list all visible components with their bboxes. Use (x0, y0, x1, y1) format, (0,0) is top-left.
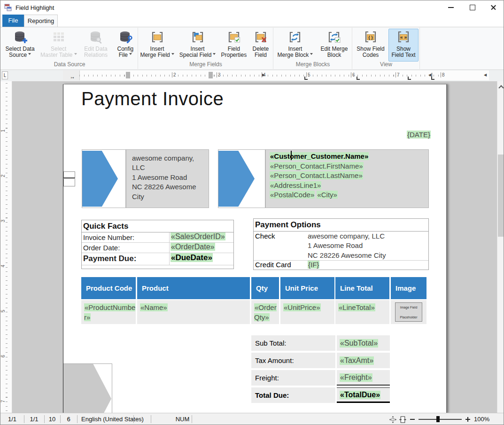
merge-field[interactable]: «OrderDate» (171, 243, 215, 251)
title-bar: Field Highlight (0, 0, 504, 15)
ribbon-button-show-field-codes[interactable]: { } Show FieldCodes (354, 29, 388, 62)
image-field-placeholder[interactable]: Image Field Placeholder (395, 302, 422, 322)
status-line-number: 10 (44, 416, 60, 423)
blue-arrow-shape (82, 151, 118, 207)
ribbon-button-edit-merge-block[interactable]: Edit MergeBlock (317, 29, 351, 62)
group-label-data-source: Data Source (1, 61, 138, 68)
ribbon-button-config-file[interactable]: ConfigFile (114, 29, 137, 62)
fit-page-icon[interactable] (389, 416, 396, 423)
ribbon-button-field-properties[interactable]: FieldProperties (220, 29, 248, 62)
ribbon-button-insert-merge-field[interactable]: InsertMerge Field (139, 29, 175, 62)
merge-field[interactable]: «TaxAmt» (340, 356, 374, 365)
merge-field[interactable]: «TotalDue» (340, 391, 380, 399)
tab-stop-marker[interactable] (304, 77, 308, 80)
show-field-codes-icon: { } (363, 30, 378, 45)
ribbon-group-merge-fields: InsertMerge Field InsertSpecial Field (139, 28, 273, 69)
status-language: English (United States) (81, 416, 144, 423)
status-page-number: 1/1 (0, 416, 24, 423)
maximize-icon (470, 5, 475, 10)
minimize-icon (448, 7, 454, 8)
zoom-level: 100% (474, 416, 489, 423)
tab-selector-box[interactable]: L (2, 71, 8, 79)
minimize-button[interactable] (441, 0, 461, 15)
master-table-grid-icon (51, 30, 66, 45)
merge-field[interactable]: «UnitPrice» (283, 303, 321, 311)
merge-field[interactable]: «Person_Contact.LastName» (270, 171, 363, 179)
insert-merge-block-icon (287, 30, 302, 45)
totals-row: Sub Total: «SubTotal» (251, 335, 390, 351)
ribbon: Select DataSource SelectMaster Table (0, 27, 504, 70)
right-indent-marker[interactable]: ▶ (262, 73, 265, 77)
gray-arrow-shape (63, 364, 111, 413)
dropdown-arrow-icon: Master Table (40, 52, 77, 58)
database-relations-icon (88, 30, 103, 45)
maximize-button[interactable] (462, 0, 482, 15)
merge-field[interactable]: {IF} (308, 261, 319, 269)
close-button[interactable] (483, 0, 503, 15)
merge-field[interactable]: «SalesOrderID» (171, 232, 225, 240)
row-resize-marker[interactable] (63, 171, 76, 186)
tab-reporting[interactable]: Reporting (24, 15, 58, 27)
table-row: Invoice Number: «SalesOrderID» (82, 232, 233, 243)
merge-field[interactable]: «Name» (140, 303, 168, 311)
merge-field[interactable]: «AddressLine1» (270, 181, 321, 189)
app-icon (4, 4, 12, 11)
ribbon-button-select-data-source[interactable]: Select DataSource (2, 29, 38, 62)
tab-stop-marker[interactable] (408, 77, 411, 80)
document-area: 1 2 3 4 5 6 7 Payment Invoice {DATE} awe… (0, 81, 504, 413)
column-marker[interactable] (126, 72, 130, 78)
merge-field[interactable]: «ProductNumber» (84, 303, 135, 321)
ruler-end-marker[interactable]: ◀ (484, 73, 487, 77)
status-section: 1/1 (24, 416, 44, 423)
gray-arrow-shape-box (63, 363, 112, 413)
scrollbar-thumb[interactable] (498, 155, 504, 237)
vertical-scrollbar[interactable] (497, 81, 504, 413)
quick-facts-title: Quick Facts (82, 220, 233, 232)
delete-field-icon (253, 30, 268, 45)
ruler-ticks (79, 75, 442, 77)
ribbon-button-insert-special-field[interactable]: InsertSpecial Field (176, 29, 219, 62)
merge-field[interactable]: «DueDate» (171, 253, 213, 262)
ribbon-button-delete-field[interactable]: DeleteField (249, 29, 272, 62)
sender-arrow-cell (82, 149, 126, 208)
table-row: Order Date: «OrderDate» (82, 243, 233, 253)
sender-address-block: awesome company, LLC 1 Awesome Road NC 2… (126, 149, 209, 208)
tab-stop-marker[interactable] (431, 77, 434, 80)
ribbon-button-edit-data-relations: Edit DataRelations (79, 29, 112, 62)
column-marker[interactable] (209, 72, 213, 78)
merge-field[interactable]: «Customer_Customer.Name» (270, 152, 369, 160)
merge-field[interactable]: «LineTotal» (338, 303, 375, 311)
tab-file[interactable]: File (2, 15, 24, 27)
product-table-header: Product Code Product Qty Unit Price Line… (81, 277, 426, 299)
dropdown-arrow-icon: Merge Block (278, 52, 313, 58)
zoom-in-button[interactable] (467, 417, 468, 422)
horizontal-ruler: L 2 3 4 5 6 7 8 ↦ ▶ ◀ ◀ (0, 70, 504, 81)
totals-row: Total Due: «TotalDue» (251, 387, 390, 403)
svg-text:{ }: { } (368, 35, 373, 40)
edit-merge-block-icon (326, 30, 341, 45)
svg-text:« »: « » (400, 35, 407, 40)
merge-field[interactable]: «SubTotal» (340, 339, 378, 348)
ribbon-button-show-field-text[interactable]: « » ShowField Text (388, 29, 419, 62)
zoom-slider-thumb[interactable] (436, 416, 440, 422)
first-line-indent-marker[interactable]: ↦ (71, 76, 74, 80)
quick-facts-table: Quick Facts Invoice Number: «SalesOrderI… (81, 220, 234, 269)
merge-field[interactable]: «Person_Contact.FirstName» (270, 162, 364, 170)
zoom-slider-track[interactable] (419, 419, 462, 420)
scroll-up-icon[interactable] (498, 85, 504, 90)
merge-field[interactable]: «City» (317, 191, 338, 199)
database-config-icon (118, 30, 133, 45)
totals-row: Tax Amount: «TaxAmt» (251, 353, 390, 368)
tab-stop-marker[interactable] (357, 77, 360, 80)
ribbon-button-insert-merge-block[interactable]: InsertMerge Block (274, 29, 316, 62)
zoom-out-button[interactable] (410, 419, 415, 420)
merge-field[interactable]: «OrderQty» (254, 303, 277, 321)
vertical-ruler: 1 2 3 4 5 6 7 (0, 81, 12, 413)
merge-field[interactable]: «PostalCode» (270, 191, 315, 199)
merge-field[interactable]: «Freight» (340, 373, 372, 382)
date-merge-field[interactable]: {DATE} (407, 131, 431, 139)
fit-width-icon[interactable] (399, 416, 406, 423)
ribbon-group-merge-blocks: InsertMerge Block Edit MergeBlock M (274, 28, 352, 69)
document-page[interactable]: Payment Invoice {DATE} awesome company, … (63, 84, 447, 413)
status-bar: 1/1 1/1 10 6 English (United States) NUM… (0, 413, 504, 425)
